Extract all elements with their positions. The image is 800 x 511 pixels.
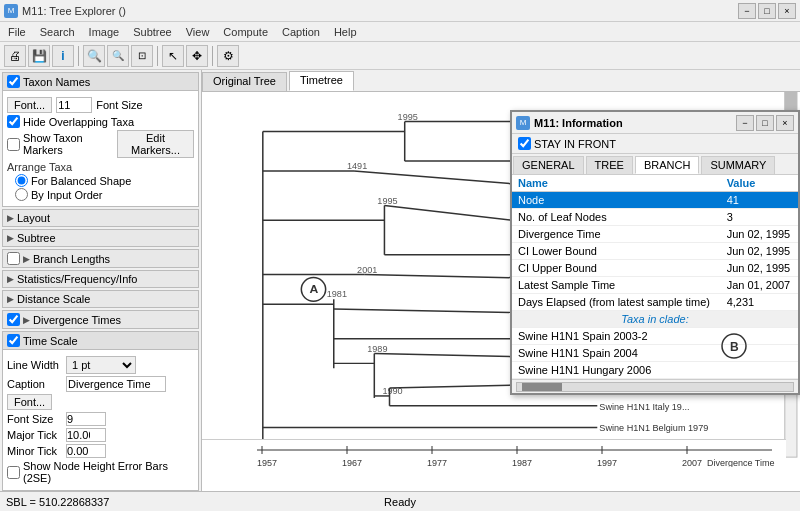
settings-button[interactable]: ⚙	[217, 45, 239, 67]
minor-tick-row: Minor Tick	[7, 444, 194, 458]
time-scale-label: Time Scale	[23, 335, 78, 347]
layout-arrow: ▶	[7, 213, 14, 223]
info-maximize-button[interactable]: □	[756, 115, 774, 131]
major-tick-input[interactable]	[66, 428, 106, 442]
branch-lengths-checkbox[interactable]	[7, 252, 20, 265]
window-title: M11: Tree Explorer ()	[22, 5, 126, 17]
caption-row: Caption	[7, 376, 194, 392]
row-days-elapsed: Days Elapsed (from latest sample time) 4…	[512, 294, 798, 311]
title-bar-controls[interactable]: − □ ×	[738, 3, 796, 19]
balanced-shape-radio[interactable]	[15, 174, 28, 187]
row-latest-sample: Latest Sample Time Jan 01, 2007	[512, 277, 798, 294]
taxon-names-header[interactable]: Taxon Names	[3, 73, 198, 91]
divergence-times-label: Divergence Times	[33, 314, 121, 326]
menu-file[interactable]: File	[2, 24, 32, 40]
info-scroll-track[interactable]	[516, 382, 794, 392]
tab-general[interactable]: GENERAL	[513, 156, 584, 174]
time-scale-checkbox[interactable]	[7, 334, 20, 347]
minimize-button[interactable]: −	[738, 3, 756, 19]
taxa-2: Swine H1N1 Spain 2004	[512, 345, 798, 362]
show-markers-checkbox[interactable]	[7, 138, 20, 151]
stay-in-front-checkbox[interactable]	[518, 137, 531, 150]
branch-lengths-arrow: ▶	[23, 254, 30, 264]
minor-tick-input[interactable]	[66, 444, 106, 458]
cell-latest-value: Jan 01, 2007	[721, 277, 798, 294]
info-button[interactable]: i	[52, 45, 74, 67]
layout-section[interactable]: ▶ Layout	[2, 209, 199, 227]
tab-summary[interactable]: SUMMARY	[701, 156, 775, 174]
taxa-3: Swine H1N1 Hungary 2006	[512, 362, 798, 379]
menu-search[interactable]: Search	[34, 24, 81, 40]
caption-font-row: Font...	[7, 394, 194, 410]
ready-status: Ready	[269, 496, 532, 508]
divergence-times-section[interactable]: ▶ Divergence Times	[2, 310, 199, 329]
divergence-times-checkbox[interactable]	[7, 313, 20, 326]
maximize-button[interactable]: □	[758, 3, 776, 19]
tab-timetree[interactable]: Timetree	[289, 71, 354, 91]
distance-scale-section[interactable]: ▶ Distance Scale	[2, 290, 199, 308]
subtree-section[interactable]: ▶ Subtree	[2, 229, 199, 247]
info-minimize-button[interactable]: −	[736, 115, 754, 131]
tab-branch[interactable]: BRANCH	[635, 156, 699, 174]
row-taxa-2: Swine H1N1 Spain 2004	[512, 345, 798, 362]
title-bar: M M11: Tree Explorer () − □ ×	[0, 0, 800, 22]
row-taxa-3: Swine H1N1 Hungary 2006	[512, 362, 798, 379]
node-height-label: Show Node Height Error Bars (2SE)	[23, 460, 194, 484]
svg-text:1981: 1981	[327, 289, 347, 299]
tree-tabs: Original Tree Timetree	[202, 70, 800, 92]
cell-ciupper-name: CI Upper Bound	[512, 260, 721, 277]
toolbar-sep2	[157, 46, 158, 66]
time-scale-content: Line Width 1 pt Caption Font... Font Siz…	[3, 350, 198, 490]
cell-ciupper-value: Jun 02, 1995	[721, 260, 798, 277]
fit-button[interactable]: ⊡	[131, 45, 153, 67]
font-size-input[interactable]	[56, 97, 92, 113]
info-panel: M M11: Information − □ × STAY IN FRONT G…	[510, 110, 800, 395]
app-icon: M	[4, 4, 18, 18]
taxon-names-checkbox[interactable]	[7, 75, 20, 88]
ts-font-size-input[interactable]	[66, 412, 106, 426]
menu-view[interactable]: View	[180, 24, 216, 40]
branch-lengths-section[interactable]: ▶ Branch Lengths	[2, 249, 199, 268]
select-button[interactable]: ↖	[162, 45, 184, 67]
major-tick-label: Major Tick	[7, 429, 62, 441]
time-axis-svg: 1957 1967 1977 1987 1997 2007 Divergence…	[252, 440, 786, 468]
cell-divtime-value: Jun 02, 1995	[721, 226, 798, 243]
layout-label: Layout	[17, 212, 50, 224]
stats-section[interactable]: ▶ Statistics/Frequency/Info	[2, 270, 199, 288]
menu-compute[interactable]: Compute	[217, 24, 274, 40]
info-close-button[interactable]: ×	[776, 115, 794, 131]
hide-overlapping-label: Hide Overlapping Taxa	[23, 116, 134, 128]
font-button[interactable]: Font...	[7, 97, 52, 113]
menu-bar: File Search Image Subtree View Compute C…	[0, 22, 800, 42]
row-ci-lower: CI Lower Bound Jun 02, 1995	[512, 243, 798, 260]
tab-original-tree[interactable]: Original Tree	[202, 72, 287, 91]
tab-tree[interactable]: TREE	[586, 156, 633, 174]
time-scale-header[interactable]: Time Scale	[3, 332, 198, 350]
zoom-in-button[interactable]: 🔍	[83, 45, 105, 67]
edit-markers-button[interactable]: Edit Markers...	[117, 130, 194, 158]
caption-input[interactable]	[66, 376, 166, 392]
move-button[interactable]: ✥	[186, 45, 208, 67]
taxon-names-label: Taxon Names	[23, 76, 90, 88]
info-scrollbar[interactable]	[512, 379, 798, 393]
close-button[interactable]: ×	[778, 3, 796, 19]
line-width-select[interactable]: 1 pt	[66, 356, 136, 374]
svg-text:1957: 1957	[257, 458, 277, 468]
input-order-radio[interactable]	[15, 188, 28, 201]
stay-in-front-row: STAY IN FRONT	[512, 134, 798, 154]
menu-subtree[interactable]: Subtree	[127, 24, 178, 40]
info-scroll-thumb[interactable]	[522, 383, 562, 391]
menu-caption[interactable]: Caption	[276, 24, 326, 40]
caption-font-button[interactable]: Font...	[7, 394, 52, 410]
main-layout: Taxon Names Font... Font Size Hide Overl…	[0, 70, 800, 491]
hide-overlapping-checkbox[interactable]	[7, 115, 20, 128]
line-width-row: Line Width 1 pt	[7, 356, 194, 374]
menu-help[interactable]: Help	[328, 24, 363, 40]
node-height-checkbox[interactable]	[7, 466, 20, 479]
print-button[interactable]: 🖨	[4, 45, 26, 67]
menu-image[interactable]: Image	[83, 24, 126, 40]
zoom-out-button[interactable]: 🔍	[107, 45, 129, 67]
info-title-controls[interactable]: − □ ×	[736, 115, 794, 131]
svg-text:2007: 2007	[682, 458, 702, 468]
save-button[interactable]: 💾	[28, 45, 50, 67]
